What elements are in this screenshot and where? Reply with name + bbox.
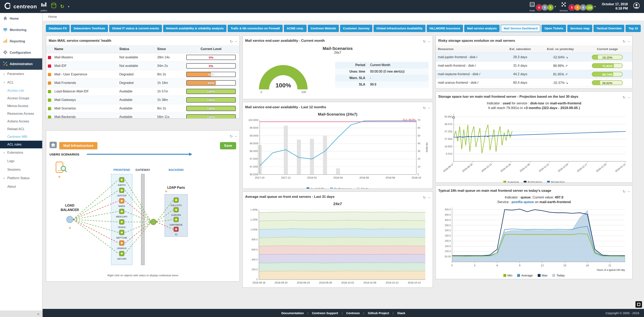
tab-mail-service-dashboard[interactable]: Mail Service Dashboard: [501, 25, 540, 32]
risky-table: ResourcesEst. saturationEvol. vs yesterd…: [436, 45, 632, 87]
refresh-icon[interactable]: ↻: [230, 134, 233, 138]
tab-acme-corp[interactable]: ACME corp.: [284, 25, 306, 32]
breadcrumb[interactable]: Home: [42, 13, 644, 21]
tab-customer-journey[interactable]: Customer Journey: [340, 25, 372, 32]
sidebar-item-parameters[interactable]: ▸Parameters: [0, 70, 42, 78]
status-count[interactable]: 0: [580, 5, 586, 10]
tab-open-tickets[interactable]: Open Tickets: [542, 25, 566, 32]
health-row-mail-user-experience[interactable]: Mail - User ExperienceDegraded8m 2s50%: [46, 70, 240, 79]
minimize-icon[interactable]: −: [428, 196, 430, 200]
refresh-icon[interactable]: ↻: [423, 106, 426, 110]
health-row-mail-gateways[interactable]: Mail-GatewaysAvailable1h 38m100%: [46, 96, 240, 104]
health-row-mail-masters[interactable]: Mail-MastersNot available28m 14s0%: [46, 53, 240, 62]
risky-row-mail-neptune-frontend-disk[interactable]: mail-neptune-frontend - disk-/44.2 days8…: [436, 70, 632, 78]
refresh-icon[interactable]: ↻: [622, 190, 626, 194]
sidebar-item-reporting[interactable]: Reporting: [0, 36, 42, 47]
poller-menu[interactable]: pollers: [40, 1, 47, 12]
sidebar-item-logs[interactable]: Logs: [0, 157, 42, 165]
svg-text:2018-04: 2018-04: [333, 176, 343, 179]
centreon-logo[interactable]: centreon: [4, 2, 37, 11]
sidebar-item-actions-access[interactable]: Actions Access: [0, 118, 42, 125]
sidebar-item-centreon-mbi[interactable]: Centreon MBI: [0, 133, 42, 141]
minimize-icon[interactable]: −: [628, 190, 630, 194]
footer-link-github-project[interactable]: Github Project: [368, 311, 389, 315]
infra-diagram[interactable]: USERS SCENARIOS☀FRONTENDGATEWAYBACKENDLO…: [46, 150, 240, 274]
component-since: 8m 2s: [156, 104, 182, 113]
health-row-mail-frontends[interactable]: Mail-FrontendsDegraded1h 16m60%: [46, 79, 240, 87]
health-row-mail-scenarios[interactable]: Mail-ScenariosAvailable8m 2s100%: [46, 104, 240, 113]
tab-global-infrastructure-availability[interactable]: Global Infrastructure Availability: [374, 25, 426, 32]
collector-sync-icon[interactable]: ↻: [60, 4, 64, 9]
tab-network-availability-reliability-analysis[interactable]: Network availability & reliability analy…: [163, 25, 227, 32]
chevron-down-icon[interactable]: ▾: [68, 5, 70, 8]
sidebar-item-platform-status[interactable]: ▸Platform Status: [0, 174, 42, 182]
footer-link-centreon-support[interactable]: Centreon Support: [312, 311, 338, 315]
chevron-down-icon[interactable]: ▾: [594, 5, 596, 8]
footer-link-slack[interactable]: Slack: [397, 311, 406, 315]
tab-database-fs[interactable]: Database FS: [46, 25, 70, 32]
chevron-down-icon[interactable]: ▾: [554, 5, 556, 8]
risky-row-mail-jupiter-frontend-disk[interactable]: mail-jupiter-frontend - disk-/29.3 days-…: [436, 53, 632, 61]
tab-top-10[interactable]: Top 10: [626, 25, 641, 32]
status-count[interactable]: 5: [548, 5, 553, 10]
tab-datacenters-tem-hum[interactable]: Datacenters Tem/Hum: [71, 25, 108, 32]
status-count[interactable]: 0: [536, 5, 542, 10]
save-button[interactable]: Save: [220, 142, 236, 149]
minimize-icon[interactable]: −: [428, 106, 430, 110]
sidebar-item-monitoring[interactable]: Monitoring: [0, 24, 42, 36]
sidebar-collapse[interactable]: «: [0, 311, 42, 317]
minimize-icon[interactable]: −: [628, 39, 630, 43]
sidebar-item-resources-access[interactable]: Resources Access: [0, 110, 42, 118]
sidebar-item-access-list[interactable]: Access List: [0, 87, 42, 94]
status-count[interactable]: 4: [574, 5, 580, 10]
sidebar-item-administration[interactable]: Administration: [0, 58, 42, 70]
user-menu[interactable]: [633, 2, 640, 11]
sidebar-item-extensions[interactable]: ▸Extensions: [0, 148, 42, 157]
health-row-mail-backends[interactable]: Mail-BackendsAvailable56m 11s100%: [46, 113, 240, 119]
tab-trafic-nb-connection-on-firewall[interactable]: Trafic & Nb connection on Firewall: [228, 25, 283, 32]
services-status[interactable]: services 540118 ▾: [560, 1, 596, 12]
sidebar-item-access-groups[interactable]: Access Groups: [0, 94, 42, 102]
risky-row-mail-earth-frontend-disk[interactable]: mail-earth-frontend - disk-/31.4 days88.…: [436, 61, 632, 70]
tab-tactical-overview[interactable]: Tactical Overview: [594, 25, 624, 32]
sidebar-item-acl-rules[interactable]: ACL rules: [0, 141, 42, 148]
sidebar-item-sessions[interactable]: Sessions: [0, 165, 42, 174]
minimize-icon[interactable]: −: [235, 134, 237, 138]
tab-mail-service-analysis[interactable]: Mail service analysis: [464, 25, 500, 32]
status-count[interactable]: 118: [586, 5, 593, 10]
tab-global-it-status-current-events[interactable]: Global IT status & current events: [109, 25, 162, 32]
footer-link-documentation[interactable]: Documentation: [282, 311, 304, 315]
sidebar-item-menus-access[interactable]: Menus Access: [0, 102, 42, 110]
health-row-mail-idf[interactable]: Mail-IDFNot available34m 2s0%: [46, 62, 240, 70]
component-name: Mail-Gateways: [53, 96, 118, 104]
sidebar-item-about[interactable]: About: [0, 182, 42, 191]
health-row-load-balancer-mail-idf[interactable]: Load-Balancer-Mail-IDFAvailable1h 57m100…: [46, 87, 240, 96]
risky-row-mail-uranus-frontend-disk[interactable]: mail-uranus-frontend - disk-/60.4 days-3…: [436, 78, 632, 87]
refresh-icon[interactable]: ↻: [423, 196, 426, 200]
services-label: services: [560, 9, 568, 12]
tab-services-map[interactable]: Services map: [567, 25, 592, 32]
tab-hillmore-insurance[interactable]: HILLMORE Insurance: [427, 25, 463, 32]
hosts-status[interactable]: hosts 005 ▾: [529, 1, 556, 12]
minimize-icon[interactable]: −: [428, 39, 430, 43]
database-icon[interactable]: [51, 2, 56, 10]
svg-text:2018-10-06: 2018-10-06: [364, 281, 376, 284]
minimize-icon[interactable]: −: [235, 39, 237, 43]
sidebar-item-acl[interactable]: ▾ACL: [0, 78, 42, 87]
refresh-icon[interactable]: ↻: [230, 39, 233, 43]
footer-link-centreon[interactable]: Centreon: [346, 311, 360, 315]
refresh-icon[interactable]: ↻: [423, 39, 426, 43]
risky-table-body: mail-jupiter-frontend - disk-/29.3 days-…: [436, 53, 632, 87]
sidebar-item-configuration[interactable]: Configuration: [0, 47, 42, 58]
refresh-icon[interactable]: ↻: [622, 95, 626, 99]
sidebar-item-home[interactable]: Home: [0, 13, 42, 24]
svg-text:0: 0: [256, 278, 258, 281]
sidebar-item-reload-acl[interactable]: Reload ACL: [0, 125, 42, 133]
refresh-icon[interactable]: ↻: [622, 39, 626, 43]
status-count[interactable]: 5: [569, 5, 574, 10]
tab-centreon-website[interactable]: Centreon Website: [308, 25, 339, 32]
status-count[interactable]: 0: [542, 5, 548, 10]
component-status: Not available: [118, 62, 156, 70]
minimize-icon[interactable]: −: [628, 95, 630, 99]
fullscreen-button[interactable]: [636, 301, 642, 308]
